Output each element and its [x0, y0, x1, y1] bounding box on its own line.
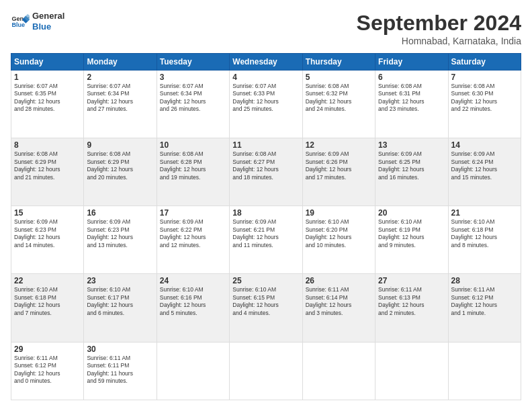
header: General Blue General Blue September 2024… [11, 11, 521, 46]
day-number: 18 [232, 208, 299, 218]
day-number: 28 [451, 276, 518, 285]
cell-details: Sunrise: 6:11 AMSunset: 6:12 PMDaylight:… [451, 286, 518, 317]
day-number: 20 [378, 208, 445, 218]
table-row [157, 342, 229, 400]
cell-details: Sunrise: 6:08 AMSunset: 6:31 PMDaylight:… [378, 83, 445, 113]
day-number: 25 [232, 276, 299, 285]
logo-icon: General Blue [11, 12, 30, 31]
table-row: 21Sunrise: 6:10 AMSunset: 6:18 PMDayligh… [448, 206, 521, 274]
table-row: 19Sunrise: 6:10 AMSunset: 6:20 PMDayligh… [302, 206, 375, 274]
cell-details: Sunrise: 6:07 AMSunset: 6:33 PMDaylight:… [232, 83, 299, 113]
table-row [302, 342, 375, 400]
calendar-week-row: 1Sunrise: 6:07 AMSunset: 6:35 PMDaylight… [11, 71, 521, 138]
day-number: 29 [14, 345, 81, 354]
table-row: 14Sunrise: 6:09 AMSunset: 6:24 PMDayligh… [448, 138, 521, 206]
table-row: 17Sunrise: 6:09 AMSunset: 6:22 PMDayligh… [157, 206, 229, 274]
table-row: 2Sunrise: 6:07 AMSunset: 6:34 PMDaylight… [84, 71, 157, 138]
table-row: 16Sunrise: 6:09 AMSunset: 6:23 PMDayligh… [84, 206, 157, 274]
calendar-week-row: 29Sunrise: 6:11 AMSunset: 6:12 PMDayligh… [11, 342, 521, 400]
cell-details: Sunrise: 6:10 AMSunset: 6:16 PMDaylight:… [160, 286, 226, 317]
table-row: 27Sunrise: 6:11 AMSunset: 6:13 PMDayligh… [375, 274, 448, 342]
calendar-header-row: Sunday Monday Tuesday Wednesday Thursday… [11, 54, 521, 71]
page: General Blue General Blue September 2024… [0, 0, 532, 411]
col-wednesday: Wednesday [230, 54, 302, 71]
day-number: 6 [378, 73, 445, 82]
day-number: 22 [14, 276, 81, 285]
cell-details: Sunrise: 6:08 AMSunset: 6:28 PMDaylight:… [160, 150, 226, 181]
table-row: 7Sunrise: 6:08 AMSunset: 6:30 PMDaylight… [448, 71, 521, 138]
day-number: 10 [160, 140, 226, 150]
calendar-week-row: 15Sunrise: 6:09 AMSunset: 6:23 PMDayligh… [11, 206, 521, 274]
cell-details: Sunrise: 6:10 AMSunset: 6:18 PMDaylight:… [451, 218, 518, 249]
table-row: 9Sunrise: 6:08 AMSunset: 6:29 PMDaylight… [84, 138, 157, 206]
table-row: 25Sunrise: 6:10 AMSunset: 6:15 PMDayligh… [230, 274, 302, 342]
cell-details: Sunrise: 6:07 AMSunset: 6:35 PMDaylight:… [14, 83, 81, 113]
cell-details: Sunrise: 6:11 AMSunset: 6:11 PMDaylight:… [87, 355, 153, 385]
day-number: 12 [306, 140, 372, 150]
cell-details: Sunrise: 6:09 AMSunset: 6:25 PMDaylight:… [378, 150, 445, 181]
col-friday: Friday [375, 54, 448, 71]
cell-details: Sunrise: 6:11 AMSunset: 6:12 PMDaylight:… [14, 355, 81, 385]
table-row: 28Sunrise: 6:11 AMSunset: 6:12 PMDayligh… [448, 274, 521, 342]
day-number: 9 [87, 140, 153, 150]
day-number: 11 [232, 140, 299, 150]
cell-details: Sunrise: 6:07 AMSunset: 6:34 PMDaylight:… [87, 83, 153, 113]
calendar: Sunday Monday Tuesday Wednesday Thursday… [11, 53, 521, 400]
day-number: 14 [451, 140, 518, 150]
svg-text:Blue: Blue [11, 21, 25, 28]
table-row [375, 342, 448, 400]
table-row: 3Sunrise: 6:07 AMSunset: 6:34 PMDaylight… [157, 71, 229, 138]
table-row: 5Sunrise: 6:08 AMSunset: 6:32 PMDaylight… [302, 71, 375, 138]
col-saturday: Saturday [448, 54, 521, 71]
logo: General Blue General Blue [11, 11, 64, 32]
cell-details: Sunrise: 6:10 AMSunset: 6:20 PMDaylight:… [306, 218, 372, 249]
cell-details: Sunrise: 6:09 AMSunset: 6:21 PMDaylight:… [232, 218, 299, 249]
cell-details: Sunrise: 6:08 AMSunset: 6:32 PMDaylight:… [306, 83, 372, 113]
cell-details: Sunrise: 6:09 AMSunset: 6:23 PMDaylight:… [14, 218, 81, 249]
location: Homnabad, Karnataka, India [357, 36, 521, 46]
calendar-week-row: 8Sunrise: 6:08 AMSunset: 6:29 PMDaylight… [11, 138, 521, 206]
cell-details: Sunrise: 6:09 AMSunset: 6:22 PMDaylight:… [160, 218, 226, 249]
day-number: 4 [232, 73, 299, 82]
table-row: 1Sunrise: 6:07 AMSunset: 6:35 PMDaylight… [11, 71, 84, 138]
day-number: 21 [451, 208, 518, 218]
logo-text-line2: Blue [32, 21, 64, 32]
day-number: 16 [87, 208, 153, 218]
table-row: 30Sunrise: 6:11 AMSunset: 6:11 PMDayligh… [84, 342, 157, 400]
col-tuesday: Tuesday [157, 54, 229, 71]
table-row: 18Sunrise: 6:09 AMSunset: 6:21 PMDayligh… [230, 206, 302, 274]
cell-details: Sunrise: 6:09 AMSunset: 6:26 PMDaylight:… [306, 150, 372, 181]
col-thursday: Thursday [302, 54, 375, 71]
day-number: 8 [14, 140, 81, 150]
cell-details: Sunrise: 6:08 AMSunset: 6:29 PMDaylight:… [87, 150, 153, 181]
table-row: 26Sunrise: 6:11 AMSunset: 6:14 PMDayligh… [302, 274, 375, 342]
table-row [448, 342, 521, 400]
cell-details: Sunrise: 6:09 AMSunset: 6:24 PMDaylight:… [451, 150, 518, 181]
title-block: September 2024 Homnabad, Karnataka, Indi… [357, 11, 521, 46]
table-row: 10Sunrise: 6:08 AMSunset: 6:28 PMDayligh… [157, 138, 229, 206]
cell-details: Sunrise: 6:10 AMSunset: 6:15 PMDaylight:… [232, 286, 299, 317]
cell-details: Sunrise: 6:08 AMSunset: 6:30 PMDaylight:… [451, 83, 518, 113]
day-number: 17 [160, 208, 226, 218]
day-number: 23 [87, 276, 153, 285]
table-row [230, 342, 302, 400]
day-number: 5 [306, 73, 372, 82]
day-number: 19 [306, 208, 372, 218]
cell-details: Sunrise: 6:11 AMSunset: 6:13 PMDaylight:… [378, 286, 445, 317]
day-number: 15 [14, 208, 81, 218]
day-number: 1 [14, 73, 81, 82]
table-row: 20Sunrise: 6:10 AMSunset: 6:19 PMDayligh… [375, 206, 448, 274]
col-monday: Monday [84, 54, 157, 71]
cell-details: Sunrise: 6:10 AMSunset: 6:19 PMDaylight:… [378, 218, 445, 249]
table-row: 24Sunrise: 6:10 AMSunset: 6:16 PMDayligh… [157, 274, 229, 342]
cell-details: Sunrise: 6:10 AMSunset: 6:18 PMDaylight:… [14, 286, 81, 317]
day-number: 7 [451, 73, 518, 82]
cell-details: Sunrise: 6:08 AMSunset: 6:27 PMDaylight:… [232, 150, 299, 181]
table-row: 12Sunrise: 6:09 AMSunset: 6:26 PMDayligh… [302, 138, 375, 206]
day-number: 27 [378, 276, 445, 285]
day-number: 3 [160, 73, 226, 82]
table-row: 23Sunrise: 6:10 AMSunset: 6:17 PMDayligh… [84, 274, 157, 342]
month-title: September 2024 [357, 11, 521, 36]
table-row: 4Sunrise: 6:07 AMSunset: 6:33 PMDaylight… [230, 71, 302, 138]
day-number: 24 [160, 276, 226, 285]
